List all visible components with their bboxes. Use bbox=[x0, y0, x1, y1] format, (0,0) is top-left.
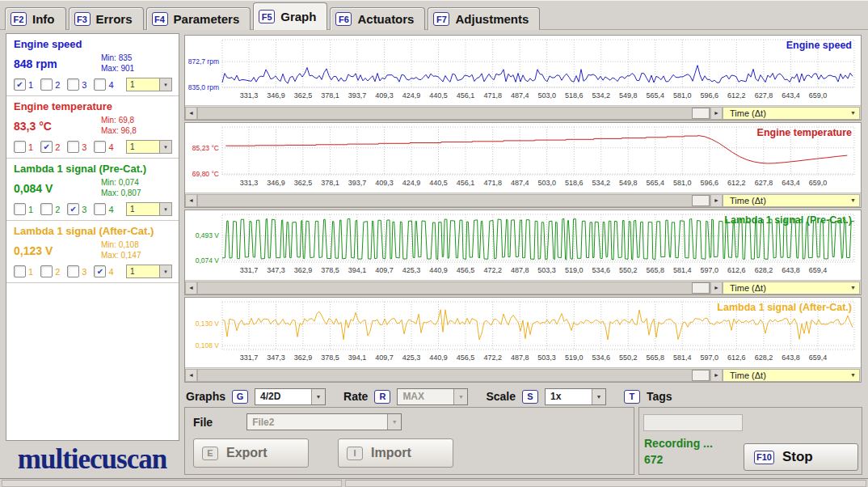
channel-checkbox-1[interactable] bbox=[14, 265, 26, 277]
x-axis-tick-label: 518,6 bbox=[565, 91, 584, 100]
chevron-down-icon[interactable]: ▼ bbox=[387, 414, 401, 430]
chevron-down-icon[interactable]: ▼ bbox=[850, 372, 859, 378]
scroll-right-arrow-icon[interactable]: ► bbox=[710, 369, 723, 382]
param-minmax: Min: 835Max: 901 bbox=[101, 53, 172, 74]
scroll-right-arrow-icon[interactable]: ► bbox=[710, 107, 723, 120]
y-axis-top-label: 0,130 V bbox=[196, 320, 220, 328]
scroll-left-arrow-icon[interactable]: ◄ bbox=[185, 107, 197, 120]
x-axis-tick-label: 612,6 bbox=[727, 266, 746, 274]
scroll-track[interactable] bbox=[197, 107, 710, 120]
x-axis-tick-label: 347,3 bbox=[267, 266, 285, 274]
param-position-select[interactable]: 1▼ bbox=[126, 78, 172, 91]
channel-checkbox-1[interactable]: ✔ bbox=[14, 78, 26, 91]
scroll-right-arrow-icon[interactable]: ► bbox=[710, 282, 723, 294]
channel-checkbox-4[interactable] bbox=[94, 78, 106, 91]
chevron-down-icon[interactable]: ▼ bbox=[850, 285, 859, 290]
param-value-row: 0,123 VMin: 0,108Max: 0,147 bbox=[14, 239, 172, 260]
x-axis-tick-label: 362,5 bbox=[294, 91, 313, 100]
x-axis-tick-label: 597,0 bbox=[701, 266, 719, 274]
scroll-track[interactable] bbox=[197, 194, 710, 207]
tab-graph[interactable]: F5Graph bbox=[253, 2, 327, 30]
param-channel-row: 1✔2341▼ bbox=[14, 140, 172, 154]
x-axis-tick-label: 659,0 bbox=[809, 91, 828, 100]
param-position-select[interactable]: 1▼ bbox=[126, 265, 172, 278]
scroll-left-arrow-icon[interactable]: ◄ bbox=[185, 282, 197, 294]
x-axis-tick-label: 331,7 bbox=[240, 266, 259, 274]
time-axis-select[interactable]: Time (Δt)▼ bbox=[723, 282, 860, 294]
chevron-down-icon[interactable]: ▼ bbox=[311, 389, 325, 404]
channel-checkbox-2[interactable]: ✔ bbox=[40, 141, 53, 153]
x-axis-tick-label: 487,8 bbox=[511, 266, 529, 274]
param-position-select[interactable]: 1▼ bbox=[126, 140, 172, 154]
tab-info[interactable]: F2Info bbox=[5, 7, 66, 30]
param-channel-row: 12✔341▼ bbox=[14, 202, 172, 216]
scroll-thumb[interactable] bbox=[692, 282, 710, 294]
chevron-down-icon[interactable]: ▼ bbox=[592, 389, 605, 404]
chevron-down-icon[interactable]: ▼ bbox=[159, 78, 171, 91]
time-axis-select[interactable]: Time (Δt)▼ bbox=[723, 194, 860, 207]
tab-adjustments[interactable]: F7Adjustments bbox=[428, 7, 540, 30]
x-axis-tick-label: 643,8 bbox=[782, 354, 800, 362]
param-position-value: 1 bbox=[127, 78, 159, 91]
chevron-down-icon[interactable]: ▼ bbox=[850, 110, 859, 116]
import-button[interactable]: I Import bbox=[338, 438, 453, 468]
x-axis-tick-label: 487,8 bbox=[511, 354, 529, 362]
chevron-down-icon[interactable]: ▼ bbox=[159, 203, 171, 215]
x-axis-tick-label: 425,3 bbox=[402, 266, 421, 274]
scale-select[interactable]: 1x ▼ bbox=[545, 388, 606, 405]
x-axis-tick-label: 440,5 bbox=[429, 179, 448, 187]
stop-button[interactable]: F10 Stop bbox=[744, 443, 858, 471]
scroll-right-arrow-icon[interactable]: ► bbox=[710, 194, 723, 207]
param-position-select[interactable]: 1▼ bbox=[126, 202, 172, 216]
x-axis-tick-label: 612,2 bbox=[727, 179, 746, 187]
channel-checkbox-label: 4 bbox=[108, 205, 113, 214]
file-select[interactable]: File2 ▼ bbox=[246, 413, 402, 430]
x-axis-tick-label: 440,5 bbox=[429, 91, 448, 100]
scroll-left-arrow-icon[interactable]: ◄ bbox=[185, 194, 197, 207]
file-row: File File2 ▼ bbox=[185, 408, 634, 430]
x-axis-tick-label: 565,8 bbox=[647, 266, 665, 274]
scroll-thumb[interactable] bbox=[692, 370, 710, 381]
scroll-thumb[interactable] bbox=[692, 195, 710, 206]
param-position-value: 1 bbox=[127, 141, 159, 153]
channel-checkbox-1[interactable] bbox=[14, 141, 26, 153]
channel-checkbox-2[interactable] bbox=[40, 203, 53, 215]
chevron-down-icon: ▼ bbox=[453, 389, 467, 404]
channel-checkbox-2[interactable] bbox=[40, 78, 53, 91]
scroll-track[interactable] bbox=[197, 282, 710, 294]
tab-actuators[interactable]: F6Actuators bbox=[330, 7, 425, 30]
time-axis-label: Time (Δt) bbox=[730, 283, 766, 293]
channel-checkbox-3[interactable]: ✔ bbox=[67, 203, 79, 215]
tab-errors[interactable]: F3Errors bbox=[69, 7, 144, 30]
y-axis-bottom-label: 0,108 V bbox=[196, 341, 220, 349]
time-axis-select[interactable]: Time (Δt)▼ bbox=[723, 107, 860, 120]
scroll-thumb[interactable] bbox=[692, 108, 710, 119]
time-axis-select[interactable]: Time (Δt)▼ bbox=[723, 369, 860, 382]
rate-select: MAX ▼ bbox=[397, 388, 468, 405]
tab-parameters[interactable]: F4Parameters bbox=[146, 7, 251, 30]
x-axis-tick-label: 424,9 bbox=[402, 91, 421, 100]
channel-checkbox-4[interactable]: ✔ bbox=[94, 265, 106, 277]
channel-checkbox-4[interactable] bbox=[94, 203, 106, 215]
channel-checkbox-3[interactable] bbox=[67, 78, 79, 91]
param-position-value: 1 bbox=[127, 265, 159, 277]
x-axis-tick-label: 331,7 bbox=[240, 354, 259, 362]
x-axis-tick-label: 581,4 bbox=[673, 266, 692, 274]
channel-checkbox-2[interactable] bbox=[40, 265, 53, 277]
graphs-layout-select[interactable]: 4/2D ▼ bbox=[255, 388, 326, 405]
param-minmax: Min: 69,8Max: 96,8 bbox=[101, 115, 172, 136]
tab-label: Adjustments bbox=[455, 12, 529, 26]
x-axis-tick-label: 378,1 bbox=[321, 179, 339, 187]
chevron-down-icon[interactable]: ▼ bbox=[850, 197, 859, 203]
channel-checkbox-3[interactable] bbox=[67, 265, 79, 277]
chevron-down-icon[interactable]: ▼ bbox=[159, 265, 171, 277]
scroll-left-arrow-icon[interactable]: ◄ bbox=[185, 369, 197, 382]
channel-checkbox-1[interactable] bbox=[14, 203, 26, 215]
channel-checkbox-4[interactable] bbox=[94, 141, 106, 153]
channel-checkbox-3[interactable] bbox=[67, 141, 79, 153]
x-axis-tick-label: 519,0 bbox=[565, 266, 584, 274]
x-axis-tick-label: 331,3 bbox=[240, 91, 259, 100]
export-button[interactable]: E Export bbox=[193, 438, 309, 468]
chevron-down-icon[interactable]: ▼ bbox=[159, 141, 171, 153]
scroll-track[interactable] bbox=[197, 369, 710, 382]
